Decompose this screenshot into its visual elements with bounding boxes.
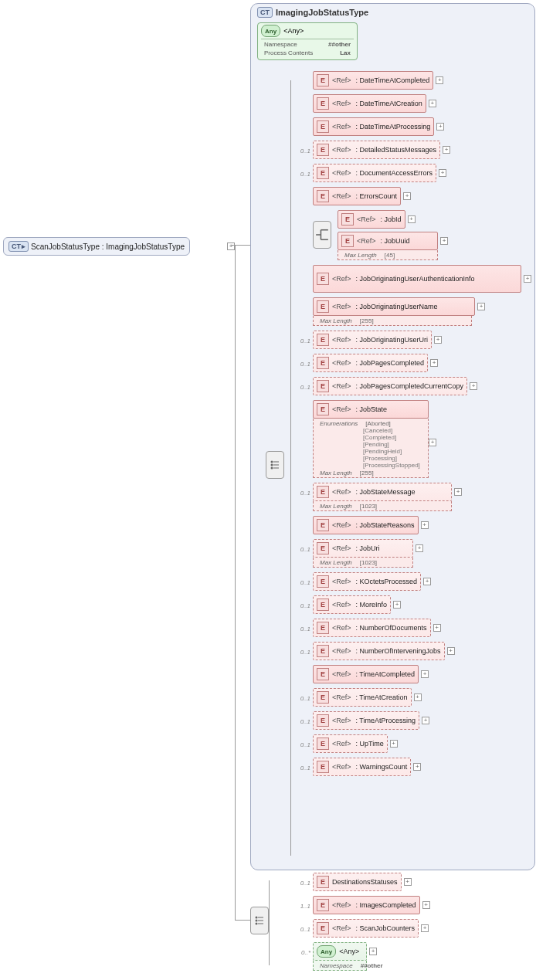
svg-point-12 [256, 923, 258, 925]
diagram-container: CT▸ ScanJobStatusType : ImagingJobStatus… [3, 3, 536, 980]
expand-icon[interactable]: + [423, 578, 431, 585]
extension-children: 0..1 EDestinationsStatuses + 1..1 E<Ref>… [295, 873, 430, 975]
sequence-connector [290, 80, 291, 856]
expand-icon[interactable]: + [403, 192, 411, 200]
element-errorscount[interactable]: E<Ref>: ErrorsCount + [295, 187, 531, 205]
element-jobstatereasons[interactable]: E<Ref>: JobStateReasons + [295, 516, 531, 534]
element-datetimeatcompleted[interactable]: E<Ref>: DateTimeAtCompleted + [295, 71, 531, 90]
expand-icon[interactable]: + [421, 521, 429, 529]
element-joboriginatinguserauthenticationinfo[interactable]: E<Ref>: JobOriginatingUserAuthentication… [295, 265, 531, 293]
element-jobstatemessage[interactable]: 0..1 E<Ref>: JobStateMessage + Max Lengt… [295, 483, 531, 511]
element-uptime[interactable]: 0..1 E<Ref>: UpTime + [295, 734, 531, 753]
any-label: <Any> [283, 27, 304, 35]
expand-icon[interactable]: + [447, 647, 455, 655]
any-constraints-table: Namespace##other Process ContentsLax [261, 39, 354, 58]
element-jobpagescompletedcurrentcopy[interactable]: 0..1 E<Ref>: JobPagesCompletedCurrentCop… [295, 377, 531, 395]
element-jobid[interactable]: E<Ref>: JobId + [338, 210, 448, 229]
expand-icon[interactable]: + [413, 763, 421, 771]
element-jobstate[interactable]: E<Ref>: JobState Enumerations[Aborted] [… [295, 400, 531, 478]
expand-icon[interactable]: + [414, 693, 422, 701]
expand-icon[interactable]: + [422, 717, 429, 724]
expand-icon[interactable]: + [524, 275, 531, 283]
svg-point-10 [256, 917, 258, 919]
any-badge-icon: Any [317, 945, 336, 958]
choice-compositor[interactable] [313, 221, 331, 249]
element-moreinfo[interactable]: 0..1 E<Ref>: MoreInfo + [295, 595, 531, 614]
element-scanjobcounters[interactable]: 0..1 E<Ref>: ScanJobCounters + [295, 919, 430, 938]
expand-icon[interactable]: + [430, 359, 438, 367]
sequence-children: E<Ref>: DateTimeAtCompleted + E<Ref>: Da… [295, 71, 531, 781]
element-joburi[interactable]: 0..1 E<Ref>: JobUri + Max Length[1023] [295, 539, 531, 568]
expand-icon[interactable]: + [470, 382, 477, 390]
svg-point-2 [271, 467, 273, 470]
extension-sequence-compositor[interactable] [250, 907, 269, 934]
expand-icon[interactable]: + [429, 439, 436, 446]
expand-icon[interactable]: + [440, 237, 448, 245]
expand-icon[interactable]: + [416, 544, 423, 552]
complex-type-header: CT ImagingJobStatusType [251, 4, 534, 19]
element-timeatcreation[interactable]: 0..1 E<Ref>: TimeAtCreation + [295, 688, 531, 707]
expand-icon[interactable]: + [390, 740, 398, 748]
root-connector [235, 245, 236, 921]
element-koctetsprocessed[interactable]: 0..1 E<Ref>: KOctetsProcessed + [295, 572, 531, 591]
any-wildcard-box[interactable]: Any <Any> Namespace##other Process Conte… [257, 22, 358, 60]
expand-icon[interactable]: + [408, 215, 416, 223]
svg-point-1 [271, 464, 273, 466]
any-process-contents-row: Process ContentsLax [263, 49, 352, 56]
expand-icon[interactable]: + [434, 336, 442, 344]
expand-icon[interactable]: + [421, 670, 429, 678]
root-type-name: ScanJobStatusType : ImagingJobStatusType [31, 242, 185, 251]
expand-icon[interactable]: + [454, 488, 462, 496]
expand-icon[interactable]: + [439, 169, 446, 177]
element-destinationsstatuses[interactable]: 0..1 EDestinationsStatuses + [295, 873, 430, 891]
root-complex-type[interactable]: CT▸ ScanJobStatusType : ImagingJobStatus… [3, 237, 190, 256]
element-numberofdocuments[interactable]: 0..1 E<Ref>: NumberOfDocuments + [295, 619, 531, 637]
expand-icon[interactable]: + [436, 123, 444, 131]
expand-icon[interactable]: + [421, 924, 429, 932]
expand-icon[interactable]: + [433, 624, 441, 632]
element-timeatcompleted[interactable]: E<Ref>: TimeAtCompleted + [295, 665, 531, 683]
svg-point-11 [256, 920, 258, 922]
element-imagescompleted[interactable]: 1..1 E<Ref>: ImagesCompleted + [295, 896, 430, 914]
any-namespace-row: Namespace##other [263, 41, 352, 48]
element-warningscount[interactable]: 0..1 E<Ref>: WarningsCount + [295, 758, 531, 776]
expand-icon[interactable]: + [393, 601, 401, 609]
element-documentaccesserrors[interactable]: 0..1 E<Ref>: DocumentAccessErrors + [295, 164, 531, 182]
element-jobuuid[interactable]: E<Ref>: JobUuid + Max Length[45] [338, 232, 448, 260]
element-joboriginatingusername[interactable]: E<Ref>: JobOriginatingUserName + Max Len… [295, 297, 531, 326]
root-connector-h [235, 920, 250, 921]
element-numberofinterveningjobs[interactable]: 0..1 E<Ref>: NumberOfInterveningJobs + [295, 642, 531, 660]
sequence-compositor[interactable] [266, 451, 284, 479]
ct-badge-icon: CT▸ [8, 241, 29, 252]
element-datetimeatcreation[interactable]: E<Ref>: DateTimeAtCreation + [295, 94, 531, 113]
element-joboriginatinguseruri[interactable]: 0..1 E<Ref>: JobOriginatingUserUri + [295, 331, 531, 349]
ct-badge-icon: CT [257, 7, 273, 18]
expand-icon[interactable]: + [477, 303, 485, 310]
element-detailedstatusmessages[interactable]: 0..1 E<Ref>: DetailedStatusMessages + [295, 141, 531, 159]
expand-icon[interactable]: + [443, 146, 450, 154]
svg-point-0 [271, 461, 273, 463]
expand-icon[interactable]: + [436, 76, 443, 84]
extension-connector [269, 880, 270, 965]
expand-icon[interactable]: + [227, 242, 235, 250]
element-timeatprocessing[interactable]: 0..1 E<Ref>: TimeAtProcessing + [295, 711, 531, 730]
choice-compositor-group: E<Ref>: JobId + E<Ref>: JobUuid + Max Le… [295, 210, 531, 260]
any-badge-icon: Any [261, 25, 280, 37]
expand-icon[interactable]: + [369, 948, 377, 955]
expand-icon[interactable]: + [422, 901, 430, 909]
element-datetimeatprocessing[interactable]: E<Ref>: DateTimeAtProcessing + [295, 117, 531, 136]
complex-type-name: ImagingJobStatusType [276, 8, 368, 17]
element-any-outer[interactable]: 0..* Any <Any> + Namespace##other [295, 942, 430, 971]
element-jobpagescompleted[interactable]: 0..1 E<Ref>: JobPagesCompleted + [295, 354, 531, 372]
expand-icon[interactable]: + [429, 100, 436, 107]
expand-icon[interactable]: + [404, 878, 412, 886]
